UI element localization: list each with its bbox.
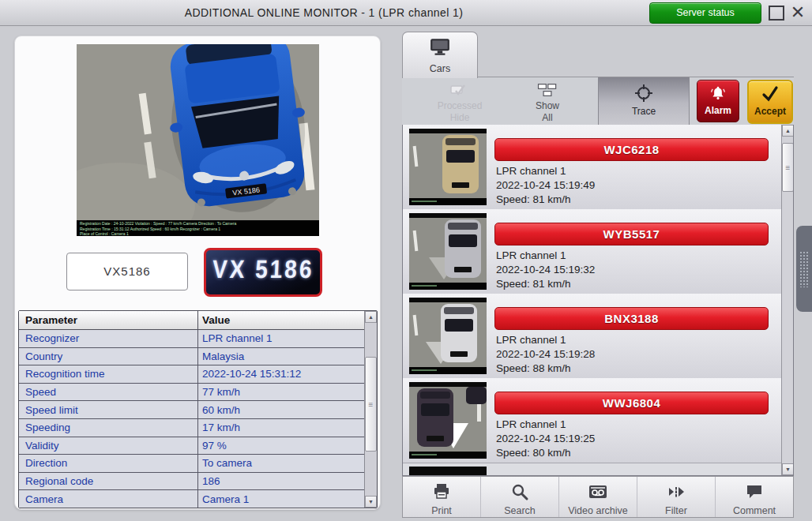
car-entry[interactable]: WJC6218 LPR channel 1 2022-10-24 15:19:4… — [403, 125, 781, 210]
table-row[interactable]: Recognition time2022-10-24 15:31:12 — [19, 365, 364, 384]
entry-info: LPR channel 1 2022-10-24 15:19:32 Speed:… — [496, 249, 595, 291]
comment-button[interactable]: Comment — [716, 477, 793, 517]
maximize-icon[interactable] — [769, 6, 784, 21]
video-archive-icon — [588, 482, 608, 501]
car-entry-partial[interactable] — [409, 467, 487, 476]
trace-button[interactable]: Trace — [598, 77, 690, 125]
tab-cars-label: Cars — [403, 63, 477, 74]
photo-overlay-line2: Registration Time : 15:31:12 Authorized … — [80, 227, 220, 231]
car-entry[interactable]: WYB5517 LPR channel 1 2022-10-24 15:19:3… — [403, 209, 781, 294]
search-label: Search — [481, 505, 558, 516]
entry-plate-button[interactable]: WJC6218 — [494, 138, 769, 161]
photo-overlay-line1: Registration Date : 24-10-2022 Violation… — [80, 221, 236, 226]
entry-speed: Speed: 81 km/h — [496, 277, 595, 291]
actions-toolbar: Print Search Video archive Filter — [402, 476, 794, 518]
panel-slide-handle[interactable] — [796, 226, 812, 312]
close-icon[interactable]: ✕ — [788, 2, 808, 24]
table-row[interactable]: CountryMalaysia — [19, 348, 364, 366]
entry-info: LPR channel 1 2022-10-24 15:19:28 Speed:… — [496, 333, 595, 376]
scroll-up-icon[interactable]: ▲ — [782, 125, 794, 137]
entry-speed: Speed: 88 km/h — [496, 362, 595, 376]
param-value: 186 — [197, 473, 364, 490]
param-label: Speeding — [19, 419, 197, 437]
car-thumbnail — [409, 298, 487, 374]
show-all-label-1: Show — [505, 100, 590, 112]
filter-label: Filter — [637, 505, 715, 516]
print-button[interactable]: Print — [403, 477, 481, 517]
detection-panel: VX 5186 Registration Date : 24-10-2022 V… — [14, 36, 381, 510]
entry-timestamp: 2022-10-24 15:19:25 — [496, 432, 595, 446]
scroll-up-icon[interactable]: ▲ — [365, 311, 377, 323]
car-entry[interactable]: WWJ6804 LPR channel 1 2022-10-24 15:19:2… — [403, 378, 781, 463]
trace-crosshair-icon — [634, 84, 653, 103]
param-value: 60 km/h — [197, 401, 364, 418]
scroll-down-icon[interactable]: ▼ — [365, 496, 377, 508]
table-row[interactable]: CameraCamera 1 — [19, 490, 364, 508]
entry-plate-button[interactable]: WYB5517 — [494, 223, 769, 246]
show-all-button[interactable]: Show All — [505, 83, 590, 124]
monitor-icon — [429, 37, 451, 58]
param-label: Recognizer — [19, 330, 197, 347]
param-value: Malaysia — [197, 348, 364, 365]
entry-channel: LPR channel 1 — [496, 333, 595, 347]
cars-toolbar: Processed Hide Show All Trace Alarm — [402, 77, 794, 125]
param-value: 17 km/h — [197, 419, 364, 437]
param-value: LPR channel 1 — [197, 330, 364, 347]
table-row[interactable]: Speed limit60 km/h — [19, 401, 364, 419]
entry-channel: LPR channel 1 — [496, 418, 595, 432]
filter-button[interactable]: Filter — [637, 477, 716, 517]
print-label: Print — [403, 505, 480, 516]
header-parameter: Parameter — [19, 311, 197, 329]
param-label: Direction — [19, 455, 197, 472]
grip-dots — [799, 251, 809, 287]
param-value: 97 % — [197, 437, 364, 455]
table-row[interactable]: DirectionTo camera — [19, 455, 364, 473]
entry-timestamp: 2022-10-24 15:19:49 — [496, 178, 595, 193]
param-label: Recognition time — [19, 365, 197, 383]
plate-text-field[interactable]: VX5186 — [66, 253, 188, 290]
scrollbar-thumb[interactable]: ≡ — [782, 143, 794, 192]
accept-label: Accept — [749, 106, 791, 118]
entry-channel: LPR channel 1 — [496, 249, 595, 263]
car-entry[interactable]: BNX3188 LPR channel 1 2022-10-24 15:19:2… — [403, 294, 781, 379]
comment-label: Comment — [716, 505, 793, 516]
show-all-icon — [535, 83, 560, 97]
comment-icon — [745, 482, 764, 501]
entry-timestamp: 2022-10-24 15:19:28 — [496, 347, 595, 362]
vehicle-photo: VX 5186 Registration Date : 24-10-2022 V… — [77, 44, 319, 236]
param-label: Country — [19, 348, 197, 365]
car-thumbnail — [409, 213, 487, 290]
table-row[interactable]: RecognizerLPR channel 1 — [19, 330, 364, 348]
entry-plate-button[interactable]: BNX3188 — [494, 307, 769, 330]
entry-plate-button[interactable]: WWJ6804 — [494, 392, 769, 414]
param-label: Validity — [19, 437, 197, 455]
param-label: Speed — [19, 384, 197, 401]
table-row[interactable]: Validity97 % — [19, 437, 364, 455]
search-button[interactable]: Search — [481, 477, 559, 517]
scroll-down-icon[interactable]: ▼ — [782, 463, 794, 475]
table-row[interactable]: Speed77 km/h — [19, 384, 364, 402]
server-status-button[interactable]: Server status — [649, 2, 761, 24]
car-thumbnail — [409, 129, 487, 205]
entry-speed: Speed: 81 km/h — [496, 193, 595, 207]
tab-cars[interactable]: Cars — [402, 32, 478, 78]
title-bar: ADDITIONAL ONLINE MONITOR - 1 (LPR chann… — [0, 0, 812, 26]
processed-label-1: Processed — [416, 100, 503, 112]
print-icon — [432, 482, 451, 501]
list-scrollbar[interactable]: ▲ ≡ ▼ — [781, 125, 794, 475]
video-archive-label: Video archive — [559, 505, 637, 516]
param-value: To camera — [197, 455, 364, 472]
scrollbar-thumb[interactable]: ≡ — [365, 357, 377, 452]
table-scrollbar[interactable]: ▲ ≡ ▼ — [364, 311, 377, 508]
accept-button[interactable]: Accept — [747, 80, 793, 124]
table-row[interactable]: Regional code186 — [19, 473, 364, 491]
plate-crop-text: VX 5186 — [212, 256, 314, 285]
video-archive-button[interactable]: Video archive — [559, 477, 637, 517]
plate-crop-image: VX 5186 — [204, 248, 322, 297]
alarm-button[interactable]: Alarm — [697, 80, 739, 122]
entry-timestamp: 2022-10-24 15:19:32 — [496, 263, 595, 277]
window-title: ADDITIONAL ONLINE MONITOR - 1 (LPR chann… — [0, 6, 648, 19]
entry-info: LPR channel 1 2022-10-24 15:19:49 Speed:… — [496, 164, 595, 207]
table-row[interactable]: Speeding17 km/h — [19, 419, 364, 437]
header-value: Value — [197, 311, 364, 329]
